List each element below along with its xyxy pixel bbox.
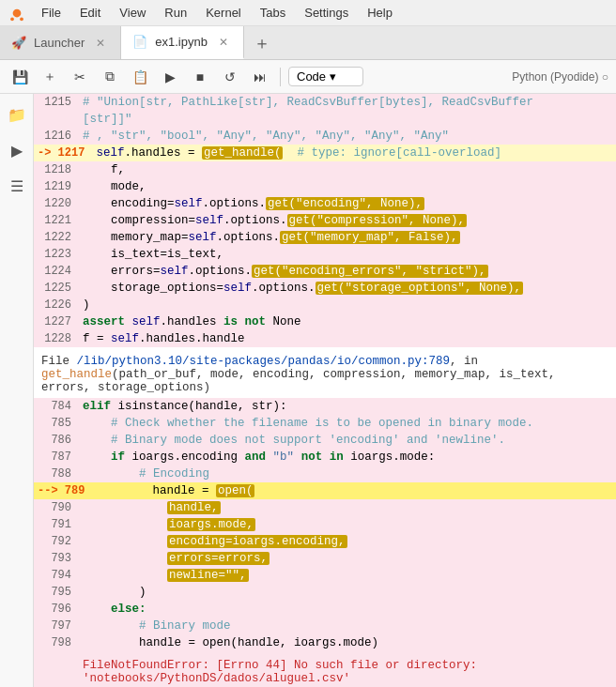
line-num-784: 784 — [38, 398, 83, 415]
tabbar: 🚀 Launcher ✕ 📄 ex1.ipynb ✕ ＋ — [0, 26, 616, 60]
cell-type-select[interactable]: Code ▾ — [288, 67, 363, 86]
line-num-1215: 1215 — [38, 94, 83, 111]
code-line-787: 787 if ioargs.encoding and "b" not in io… — [34, 449, 616, 466]
code-line-789: --> 789 handle = open( — [34, 482, 616, 499]
line-num-796: 796 — [38, 601, 83, 618]
line-content-795: ) — [83, 584, 612, 601]
code-area: 1215 # "Union[str, PathLike[str], ReadCs… — [34, 94, 616, 687]
line-num-1227: 1227 — [38, 313, 83, 330]
stop-button[interactable]: ■ — [188, 65, 212, 89]
tab-notebook-close[interactable]: ✕ — [215, 34, 232, 51]
line-num-1219: 1219 — [38, 178, 83, 195]
line-content-788: # Encoding — [83, 466, 612, 482]
menu-kernel[interactable]: Kernel — [198, 4, 249, 22]
tab-notebook-label: ex1.ipynb — [155, 35, 208, 49]
launcher-icon: 🚀 — [11, 36, 26, 50]
add-cell-button[interactable]: ＋ — [38, 65, 62, 89]
menu-help[interactable]: Help — [360, 4, 400, 22]
run-button[interactable]: ▶ — [158, 65, 182, 89]
svg-point-0 — [13, 8, 22, 17]
code-line-786: 786 # Binary mode does not support 'enco… — [34, 432, 616, 449]
code-line-1215: 1215 # "Union[str, PathLike[str], ReadCs… — [34, 94, 616, 111]
tab-launcher-close[interactable]: ✕ — [92, 35, 109, 52]
code-line-1215b: [str]]" — [34, 111, 616, 128]
sidebar-run-icon[interactable]: ▶ — [4, 137, 30, 163]
sidebar: 📁 ▶ ☰ — [0, 94, 34, 687]
line-content-784: elif isinstance(handle, str): — [83, 398, 612, 415]
line-content-794: newline="", — [83, 567, 612, 584]
toolbar-divider — [280, 68, 281, 86]
code-line-798: 798 handle = open(handle, ioargs.mode) — [34, 634, 616, 651]
line-num-789: --> 789 — [38, 482, 96, 499]
line-num-1224: 1224 — [38, 263, 83, 280]
line-num-794: 794 — [38, 567, 83, 584]
restart-button[interactable]: ↺ — [218, 65, 242, 89]
menu-run[interactable]: Run — [157, 4, 194, 22]
code-line-790: 790 handle, — [34, 499, 616, 516]
code-line-795: 795 ) — [34, 584, 616, 601]
code-line-1222: 1222 memory_map=self.options.get("memory… — [34, 229, 616, 246]
error-block-bottom: 784 elif isinstance(handle, str): 785 # … — [34, 398, 616, 651]
menu-settings[interactable]: Settings — [297, 4, 356, 22]
kernel-info: Python (Pyodide) ○ — [512, 70, 608, 84]
line-num-1228: 1228 — [38, 330, 83, 347]
line-num-1223: 1223 — [38, 246, 83, 263]
line-content-796: else: — [83, 601, 612, 618]
cut-button[interactable]: ✂ — [68, 65, 92, 89]
code-line-1223: 1223 is_text=is_text, — [34, 246, 616, 263]
code-line-1219: 1219 mode, — [34, 178, 616, 195]
line-content-1220: encoding=self.options.get("encoding", No… — [83, 195, 612, 212]
line-num-1222: 1222 — [38, 229, 83, 246]
line-content-1222: memory_map=self.options.get("memory_map"… — [83, 229, 612, 246]
error-block-top: 1215 # "Union[str, PathLike[str], ReadCs… — [34, 94, 616, 347]
jupyter-logo — [8, 4, 26, 23]
tab-notebook[interactable]: 📄 ex1.ipynb ✕ — [121, 26, 244, 59]
sidebar-toc-icon[interactable]: ☰ — [4, 173, 30, 199]
line-num-1220: 1220 — [38, 195, 83, 212]
code-line-1218: 1218 f, — [34, 161, 616, 178]
line-num-795: 795 — [38, 584, 83, 601]
fast-forward-button[interactable]: ⏭ — [248, 65, 272, 89]
code-line-796: 796 else: — [34, 601, 616, 618]
toolbar: 💾 ＋ ✂ ⧉ 📋 ▶ ■ ↺ ⏭ Code ▾ Python (Pyodide… — [0, 60, 616, 94]
code-line-1216: 1216 # , "str", "bool", "Any", "Any", "A… — [34, 128, 616, 145]
save-button[interactable]: 💾 — [8, 65, 32, 89]
line-num-1215b — [38, 111, 83, 128]
sidebar-files-icon[interactable]: 📁 — [4, 101, 30, 128]
line-content-792: encoding=ioargs.encoding, — [83, 533, 612, 550]
menu-file[interactable]: File — [34, 4, 69, 22]
code-line-784: 784 elif isinstance(handle, str): — [34, 398, 616, 415]
line-num-1218: 1218 — [38, 161, 83, 178]
line-num-1226: 1226 — [38, 297, 83, 313]
line-content-787: if ioargs.encoding and "b" not in ioargs… — [83, 449, 612, 466]
tab-launcher-label: Launcher — [34, 36, 85, 50]
tab-launcher[interactable]: 🚀 Launcher ✕ — [0, 26, 121, 59]
svg-point-1 — [10, 17, 14, 21]
line-content-1218: f, — [83, 161, 612, 178]
line-content-1225: storage_options=self.options.get("storag… — [83, 280, 612, 297]
line-content-1223: is_text=is_text, — [83, 246, 612, 263]
menu-view[interactable]: View — [112, 4, 153, 22]
line-content-1216: # , "str", "bool", "Any", "Any", "Any", … — [83, 128, 612, 145]
line-content-786: # Binary mode does not support 'encoding… — [83, 432, 612, 449]
line-content-1224: errors=self.options.get("encoding_errors… — [83, 263, 612, 280]
cell-type-chevron: ▾ — [330, 69, 336, 84]
line-num-793: 793 — [38, 550, 83, 567]
code-line-794: 794 newline="", — [34, 567, 616, 584]
menu-edit[interactable]: Edit — [72, 4, 108, 22]
code-scroll[interactable]: 1215 # "Union[str, PathLike[str], ReadCs… — [34, 94, 616, 687]
svg-point-2 — [20, 17, 23, 21]
line-num-791: 791 — [38, 516, 83, 533]
code-line-1221: 1221 compression=self.options.get("compr… — [34, 212, 616, 229]
paste-button[interactable]: 📋 — [128, 65, 152, 89]
menu-tabs[interactable]: Tabs — [253, 4, 293, 22]
code-line-1227: 1227 assert self.handles is not None — [34, 313, 616, 330]
cell-type-label: Code — [297, 69, 326, 84]
copy-button[interactable]: ⧉ — [98, 65, 122, 89]
line-content-790: handle, — [83, 499, 612, 516]
line-num-790: 790 — [38, 499, 83, 516]
line-content-1215: # "Union[str, PathLike[str], ReadCsvBuff… — [83, 94, 612, 111]
new-tab-button[interactable]: ＋ — [244, 32, 280, 54]
error-message: FileNotFoundError: [Errno 44] No such fi… — [83, 659, 477, 685]
line-num-797: 797 — [38, 618, 83, 634]
